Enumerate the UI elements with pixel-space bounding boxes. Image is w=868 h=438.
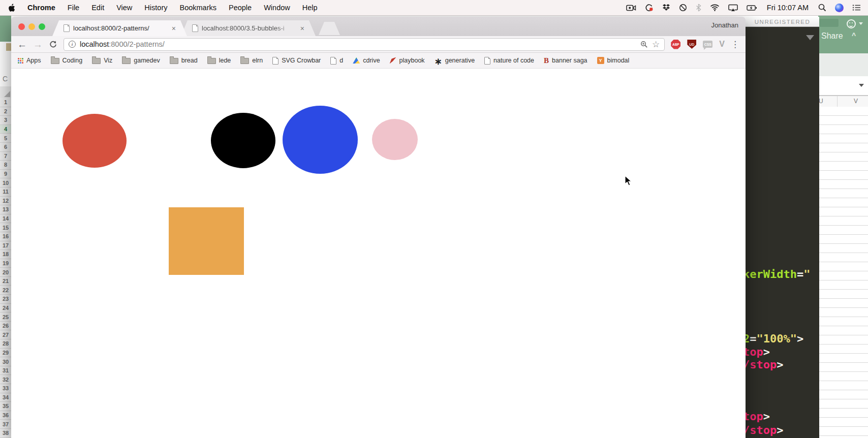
sheet-row-header-21[interactable]: 21: [0, 277, 11, 286]
sheet-row-header-19[interactable]: 19: [0, 259, 11, 268]
sheets-grid-fragment[interactable]: [818, 107, 868, 438]
sheet-row-header-28[interactable]: 28: [0, 339, 11, 349]
sheet-row-header-29[interactable]: 29: [0, 349, 11, 358]
sheet-row-header-38[interactable]: 38: [0, 429, 11, 438]
bookmark-viz[interactable]: Viz: [92, 57, 112, 64]
new-tab-button[interactable]: [319, 22, 340, 35]
column-header-u[interactable]: U: [819, 98, 823, 105]
menu-edit[interactable]: Edit: [91, 4, 104, 12]
bookmark-star-icon[interactable]: ☆: [652, 40, 660, 49]
sheet-row-header-14[interactable]: 14: [0, 214, 11, 224]
sheet-row-header-22[interactable]: 22: [0, 286, 11, 295]
sheet-row-header-25[interactable]: 25: [0, 312, 11, 322]
sheet-row-header-16[interactable]: 16: [0, 232, 11, 241]
sheet-row-header-3[interactable]: 3: [0, 116, 11, 125]
bluetooth-icon[interactable]: [696, 4, 701, 12]
bookmark-elrn[interactable]: elrn: [240, 57, 263, 64]
sheet-row-header-33[interactable]: 33: [0, 384, 11, 393]
bookmark-playbook[interactable]: playbook: [390, 57, 425, 64]
sheet-row-header-8[interactable]: 8: [0, 161, 11, 170]
sheet-row-header-7[interactable]: 7: [0, 152, 11, 161]
chevron-down-icon[interactable]: [859, 22, 863, 25]
chrome-menu-icon[interactable]: ⋮: [731, 40, 739, 49]
column-header-v[interactable]: V: [854, 98, 858, 105]
ublock-extension-icon[interactable]: UD: [687, 40, 696, 49]
menu-chrome[interactable]: Chrome: [27, 4, 55, 12]
share-caret[interactable]: ^: [852, 32, 856, 40]
sheets-comments-button[interactable]: [819, 19, 839, 27]
sublime-code-panel[interactable]: kerWidth="2="100%">top>/stop>top>/stop>: [746, 27, 819, 438]
bookmark-coding[interactable]: Coding: [51, 57, 83, 64]
tab-close-icon[interactable]: ×: [172, 24, 176, 33]
sheets-row-header-strip[interactable]: 1234567891011121314151617181920212223242…: [0, 98, 12, 438]
zoom-page-icon[interactable]: [640, 41, 648, 48]
bookmark-lede[interactable]: lede: [207, 57, 231, 64]
bookmark-apps[interactable]: Apps: [18, 57, 41, 64]
bookmark-nature-of-code[interactable]: nature of code: [484, 57, 534, 65]
apple-menu-icon[interactable]: [8, 4, 15, 12]
tab-close-icon[interactable]: ×: [300, 24, 304, 33]
sheet-row-header-32[interactable]: 32: [0, 375, 11, 384]
sheets-select-all-corner[interactable]: [0, 86, 12, 99]
dropbox-icon[interactable]: [662, 4, 670, 12]
bookmark-gamedev[interactable]: gamedev: [122, 57, 160, 64]
reload-button[interactable]: [49, 40, 57, 49]
menu-view[interactable]: View: [116, 4, 132, 12]
sheet-row-header-18[interactable]: 18: [0, 250, 11, 259]
sheet-row-header-26[interactable]: 26: [0, 322, 11, 331]
sheet-row-header-30[interactable]: 30: [0, 357, 11, 366]
airplay-display-icon[interactable]: [728, 4, 738, 12]
do-not-disturb-icon[interactable]: [679, 4, 687, 12]
sheet-row-header-11[interactable]: 11: [0, 187, 11, 197]
sheet-row-header-15[interactable]: 15: [0, 223, 11, 232]
sheet-row-header-10[interactable]: 10: [0, 178, 11, 187]
menu-people[interactable]: People: [229, 4, 252, 12]
screen-record-icon[interactable]: [626, 4, 636, 12]
css-viewer-extension-icon[interactable]: CSS: [703, 41, 712, 48]
notification-center-icon[interactable]: [852, 4, 861, 11]
menu-bookmarks[interactable]: Bookmarks: [179, 4, 216, 12]
tab-2[interactable]: localhost:8000/3.5-bubbles-i×: [181, 20, 316, 36]
page-info-icon[interactable]: i: [69, 41, 76, 48]
sheet-row-header-17[interactable]: 17: [0, 241, 11, 251]
bookmark-bread[interactable]: bread: [170, 57, 198, 64]
menu-help[interactable]: Help: [302, 4, 318, 12]
bookmark-bimodal[interactable]: Ybimodal: [597, 57, 630, 64]
sheet-row-header-12[interactable]: 12: [0, 197, 11, 206]
sheet-row-header-24[interactable]: 24: [0, 304, 11, 313]
tab-1[interactable]: localhost:8000/2-patterns/×: [52, 20, 187, 36]
sheet-row-header-13[interactable]: 13: [0, 205, 11, 214]
siri-icon[interactable]: [835, 4, 844, 12]
wifi-icon[interactable]: [710, 4, 720, 11]
battery-charging-icon[interactable]: [747, 5, 757, 11]
url-text[interactable]: localhost:8000/2-patterns/: [80, 40, 165, 48]
sheet-row-header-31[interactable]: 31: [0, 366, 11, 376]
spotlight-search-icon[interactable]: [818, 4, 826, 12]
sheet-row-header-36[interactable]: 36: [0, 411, 11, 420]
vimium-extension-icon[interactable]: V: [719, 40, 725, 49]
sheet-row-header-34[interactable]: 34: [0, 393, 11, 402]
sheet-row-header-9[interactable]: 9: [0, 170, 11, 179]
sheet-row-header-5[interactable]: 5: [0, 134, 11, 143]
bookmark-cdrive[interactable]: cdrive: [353, 57, 380, 64]
bookmark-generative[interactable]: ∗generative: [435, 57, 475, 64]
chrome-profile-name[interactable]: Jonathan: [711, 21, 739, 29]
sheet-row-header-23[interactable]: 23: [0, 295, 11, 304]
sheet-row-header-2[interactable]: 2: [0, 107, 11, 116]
smiley-icon[interactable]: [847, 19, 856, 28]
close-window-button[interactable]: [18, 23, 25, 30]
sheet-row-header-6[interactable]: 6: [0, 143, 11, 152]
sheet-row-header-20[interactable]: 20: [0, 268, 11, 277]
bookmark-d[interactable]: d: [330, 57, 343, 65]
sheets-column-header-row[interactable]: U V: [818, 96, 868, 107]
adblock-plus-extension-icon[interactable]: ABP: [671, 40, 680, 49]
sheet-row-header-37[interactable]: 37: [0, 420, 11, 429]
sheet-row-header-4[interactable]: 4: [0, 125, 11, 134]
menu-bar-clock[interactable]: Fri 10:07 AM: [767, 4, 809, 12]
share-button[interactable]: Share: [821, 32, 843, 41]
bookmark-svg-crowbar[interactable]: SVG Crowbar: [272, 57, 321, 65]
recorder-red-dot-icon[interactable]: [645, 4, 654, 12]
dropdown-arrow-icon[interactable]: [859, 84, 864, 87]
page-canvas[interactable]: [11, 69, 746, 438]
minimize-window-button[interactable]: [28, 23, 35, 30]
